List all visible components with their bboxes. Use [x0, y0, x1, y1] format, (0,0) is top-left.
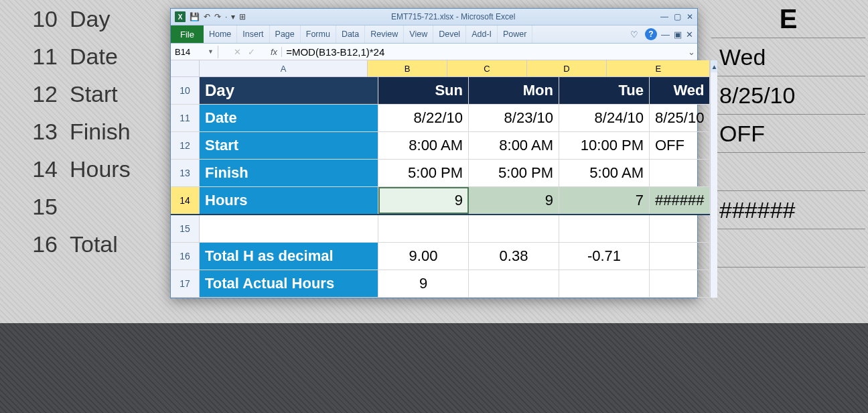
- col-header-c[interactable]: C: [447, 60, 527, 76]
- help-icon[interactable]: ?: [645, 28, 657, 40]
- row-header[interactable]: 16: [171, 243, 200, 270]
- cell[interactable]: 9.00: [378, 243, 469, 270]
- col-header-a[interactable]: A: [200, 60, 368, 76]
- cell[interactable]: Finish: [200, 160, 378, 186]
- cell[interactable]: [559, 215, 650, 242]
- cell[interactable]: [200, 215, 378, 242]
- cell[interactable]: 7: [559, 187, 650, 214]
- bg-row-number: 12: [5, 81, 64, 107]
- cell[interactable]: Wed: [650, 77, 710, 104]
- bg-row-label: Date: [64, 44, 170, 70]
- bg-row-label: Day: [64, 6, 170, 32]
- row-header[interactable]: 13: [171, 160, 200, 186]
- select-all-corner[interactable]: [171, 60, 200, 76]
- col-header-d[interactable]: D: [527, 60, 607, 76]
- cell[interactable]: [650, 160, 710, 186]
- row-header[interactable]: 11: [171, 105, 200, 131]
- cell[interactable]: 5:00 AM: [559, 160, 650, 186]
- name-box-dropdown-icon[interactable]: ▼: [208, 48, 214, 55]
- cell[interactable]: -0.71: [559, 243, 650, 270]
- cell[interactable]: ######: [650, 187, 710, 214]
- maximize-button[interactable]: ▢: [674, 12, 681, 21]
- ribbon-tab[interactable]: Home: [204, 25, 237, 43]
- qat-tool-icon[interactable]: ⊞: [239, 12, 246, 21]
- ribbon-tab[interactable]: Page: [270, 25, 301, 43]
- col-header-e[interactable]: E: [607, 60, 710, 76]
- cell[interactable]: Total Actual Hours: [200, 270, 378, 297]
- fx-icon[interactable]: fx: [271, 47, 282, 57]
- cell[interactable]: 8/22/10: [378, 105, 469, 131]
- scroll-up-icon[interactable]: ▲: [711, 60, 717, 72]
- file-tab[interactable]: File: [171, 25, 204, 43]
- quick-access-toolbar: 💾 ↶ ↷ · ▾ ⊞: [190, 12, 246, 21]
- cell[interactable]: Hours: [200, 187, 378, 214]
- cell[interactable]: 9: [378, 270, 469, 297]
- cell[interactable]: [650, 215, 710, 242]
- cell[interactable]: Date: [200, 105, 378, 131]
- cancel-formula-icon[interactable]: ✕: [234, 47, 241, 57]
- cell[interactable]: [559, 270, 650, 297]
- row-header[interactable]: 15: [171, 215, 200, 242]
- sheet-area: A B C D E 10 Day Sun Mon Tue Wed 11 Date…: [171, 60, 697, 298]
- row-header[interactable]: 10: [171, 77, 200, 104]
- cell[interactable]: 9: [469, 187, 559, 214]
- cell[interactable]: [378, 215, 469, 242]
- ribbon-tab[interactable]: Power: [498, 25, 532, 43]
- cell[interactable]: 8:00 AM: [378, 132, 469, 159]
- ribbon: File HomeInsertPageFormuDataReviewViewDe…: [171, 25, 697, 44]
- cell[interactable]: 8/25/10: [650, 105, 710, 131]
- window-title: EMT715-721.xlsx - Microsoft Excel: [246, 12, 660, 21]
- cell[interactable]: [469, 270, 559, 297]
- vertical-scrollbar[interactable]: ▲: [710, 60, 717, 298]
- cell[interactable]: Start: [200, 132, 378, 159]
- ribbon-tab[interactable]: Formu: [301, 25, 336, 43]
- ribbon-tab[interactable]: Devel: [433, 25, 466, 43]
- doc-restore-icon[interactable]: ▣: [674, 30, 682, 40]
- row-header[interactable]: 14: [171, 187, 200, 214]
- col-header-b[interactable]: B: [368, 60, 447, 76]
- ribbon-tab[interactable]: Data: [336, 25, 365, 43]
- redo-icon[interactable]: ↷: [214, 12, 221, 21]
- cell[interactable]: [469, 215, 559, 242]
- formula-input[interactable]: =MOD(B13-B12,1)*24: [286, 46, 685, 58]
- cell[interactable]: OFF: [650, 132, 710, 159]
- ribbon-heart-icon[interactable]: ♡: [630, 30, 638, 40]
- bg-row-label: Finish: [64, 119, 170, 145]
- ribbon-tab[interactable]: Insert: [237, 25, 269, 43]
- cell[interactable]: Tue: [559, 77, 650, 104]
- ribbon-tab[interactable]: View: [404, 25, 433, 43]
- cell[interactable]: 5:00 PM: [469, 160, 559, 186]
- row-header[interactable]: 12: [171, 132, 200, 159]
- cell[interactable]: 0.38: [469, 243, 559, 270]
- undo-icon[interactable]: ↶: [204, 12, 210, 21]
- cell[interactable]: [650, 270, 710, 297]
- cell[interactable]: 8/24/10: [559, 105, 650, 131]
- ribbon-tab[interactable]: Review: [365, 25, 404, 43]
- cell[interactable]: Day: [200, 77, 378, 104]
- bg-row-number: 13: [5, 119, 64, 145]
- cell[interactable]: 8:00 AM: [469, 132, 559, 159]
- bg-row-number: 14: [5, 156, 64, 182]
- expand-formula-bar-icon[interactable]: ⌄: [685, 47, 697, 57]
- ribbon-tab[interactable]: Add-I: [466, 25, 498, 43]
- column-headers: A B C D E: [171, 60, 710, 77]
- doc-close-icon[interactable]: ✕: [686, 30, 693, 40]
- bg-row-number: 11: [5, 44, 64, 70]
- cell[interactable]: 9: [378, 187, 469, 214]
- close-button[interactable]: ✕: [686, 12, 693, 21]
- doc-minimize-icon[interactable]: —: [661, 30, 670, 40]
- cell[interactable]: Sun: [378, 77, 469, 104]
- bg-row-label: Start: [64, 81, 170, 107]
- name-box[interactable]: B14 ▼: [171, 46, 218, 58]
- cell[interactable]: Total H as decimal: [200, 243, 378, 270]
- cell[interactable]: Mon: [469, 77, 559, 104]
- cell[interactable]: [650, 243, 710, 270]
- cell[interactable]: 10:00 PM: [559, 132, 650, 159]
- save-icon[interactable]: 💾: [190, 12, 200, 21]
- enter-formula-icon[interactable]: ✓: [248, 47, 255, 57]
- minimize-button[interactable]: —: [660, 12, 668, 21]
- cell[interactable]: 5:00 PM: [378, 160, 469, 186]
- row-header[interactable]: 17: [171, 270, 200, 297]
- cell[interactable]: 8/23/10: [469, 105, 559, 131]
- qat-more-icon[interactable]: ▾: [231, 12, 235, 21]
